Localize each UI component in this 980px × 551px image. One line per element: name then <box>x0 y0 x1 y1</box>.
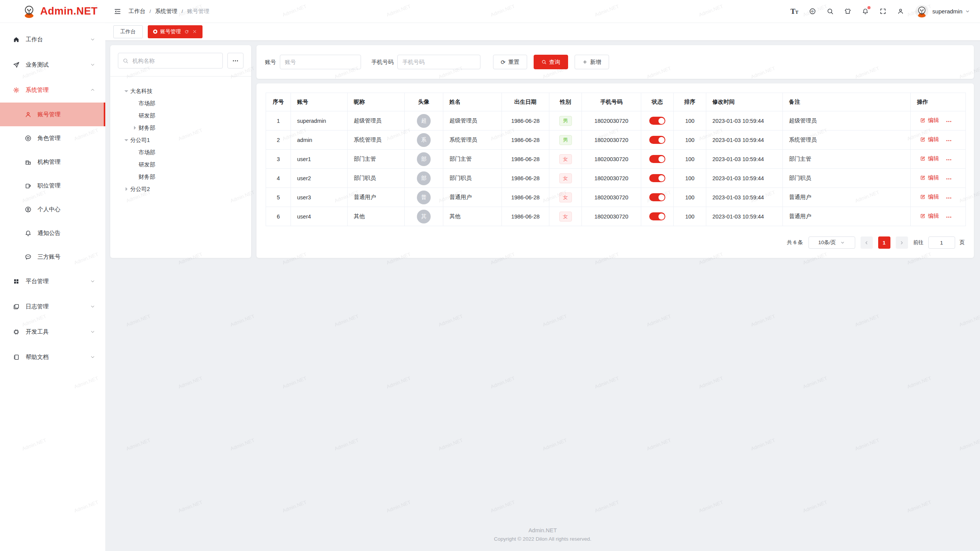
edit-button[interactable]: 编辑 <box>920 155 939 162</box>
sidebar-subitem[interactable]: 角色管理 <box>0 126 105 150</box>
sidebar-subitem[interactable]: 通知公告 <box>0 221 105 245</box>
edit-label: 编辑 <box>928 212 939 220</box>
status-toggle[interactable] <box>649 174 665 182</box>
search-icon[interactable] <box>826 8 834 15</box>
edit-label: 编辑 <box>928 193 939 201</box>
sidebar-item[interactable]: 系统管理 <box>0 77 105 103</box>
row-more-button[interactable] <box>946 156 952 163</box>
cell-order: 100 <box>674 169 706 188</box>
query-button[interactable]: 查询 <box>534 55 568 69</box>
row-more-button[interactable] <box>946 176 952 182</box>
add-button[interactable]: 新增 <box>575 55 609 69</box>
username[interactable]: superadmin <box>933 8 962 15</box>
tab-refresh-icon[interactable] <box>184 29 189 34</box>
logo[interactable]: Admin.NET <box>0 0 105 23</box>
tab-active[interactable]: 账号管理 <box>148 25 203 38</box>
person-icon[interactable] <box>897 8 904 15</box>
page-size-select[interactable]: 10条/页 <box>808 236 855 249</box>
sidebar-subitem[interactable]: 职位管理 <box>0 174 105 197</box>
cell-phone: 18020030720 <box>582 207 641 226</box>
sidebar-item[interactable]: 工作台 <box>0 27 105 52</box>
edit-button[interactable]: 编辑 <box>920 174 939 181</box>
tree-node[interactable]: 研发部 <box>118 109 243 122</box>
caret-down-icon[interactable] <box>122 87 130 95</box>
font-size-icon[interactable]: TT <box>791 8 799 15</box>
tabbar: 工作台账号管理 <box>105 23 980 41</box>
grid-icon <box>13 278 20 285</box>
org-search-input[interactable] <box>132 57 218 64</box>
role-icon <box>24 135 32 142</box>
org-more-button[interactable] <box>227 53 243 68</box>
chevron-down-icon <box>90 304 95 309</box>
tree-node[interactable]: 市场部 <box>118 97 243 109</box>
fullscreen-icon[interactable] <box>879 8 887 15</box>
row-more-button[interactable] <box>946 214 952 220</box>
edit-button[interactable]: 编辑 <box>920 212 939 220</box>
tree-node[interactable]: 分公司1 <box>118 134 243 146</box>
caret-placeholder <box>131 99 139 107</box>
account-label: 账号 <box>265 59 276 66</box>
phone-input[interactable] <box>397 55 480 69</box>
menu-fold-icon[interactable] <box>114 8 121 15</box>
tree-node[interactable]: 大名科技 <box>118 85 243 97</box>
status-toggle[interactable] <box>649 155 665 163</box>
page-1-button[interactable]: 1 <box>878 236 890 249</box>
caret-right-icon[interactable] <box>122 185 130 193</box>
navbar: 工作台/系统管理/账号管理 TT 中 <box>105 0 980 23</box>
caret-down-icon[interactable] <box>122 136 130 144</box>
edit-button[interactable]: 编辑 <box>920 193 939 201</box>
tree-node-label: 分公司2 <box>130 186 150 193</box>
tree-node[interactable]: 研发部 <box>118 158 243 171</box>
edit-button[interactable]: 编辑 <box>920 136 939 143</box>
language-icon[interactable]: 中 <box>809 8 816 15</box>
next-page-button[interactable] <box>896 236 908 249</box>
user-avatar[interactable] <box>915 5 928 18</box>
theme-icon[interactable] <box>844 8 851 15</box>
breadcrumb-separator: / <box>181 8 183 14</box>
status-toggle[interactable] <box>649 117 665 125</box>
row-more-button[interactable] <box>946 195 952 201</box>
edit-button[interactable]: 编辑 <box>920 117 939 124</box>
sidebar-subitem[interactable]: 个人中心 <box>0 197 105 221</box>
breadcrumb-item[interactable]: 工作台 <box>129 8 145 15</box>
reset-button[interactable]: ⟳ 重置 <box>493 55 527 69</box>
sidebar-item[interactable]: 开发工具 <box>0 319 105 344</box>
cell-ops: 编辑 <box>911 111 966 130</box>
status-toggle[interactable] <box>649 212 665 220</box>
tab-item[interactable]: 工作台 <box>113 25 143 38</box>
more-icon <box>232 57 239 64</box>
sidebar-subitem[interactable]: 机构管理 <box>0 150 105 174</box>
status-toggle[interactable] <box>649 193 665 201</box>
caret-right-icon[interactable] <box>131 124 139 132</box>
notification-icon[interactable] <box>862 8 869 15</box>
row-more-button[interactable] <box>946 137 952 144</box>
tree-node[interactable]: 财务部 <box>118 171 243 183</box>
col-header-index: 序号 <box>266 93 291 111</box>
tree-node-label: 研发部 <box>139 161 155 168</box>
sidebar-item[interactable]: 业务测试 <box>0 52 105 77</box>
cell-name: 系统管理员 <box>443 130 502 150</box>
breadcrumb-item[interactable]: 系统管理 <box>155 8 177 15</box>
search-icon <box>541 59 547 65</box>
cell-index: 5 <box>266 188 291 207</box>
table-row: 3user1部门主管部部门主管1986-06-28女18020030720100… <box>266 150 966 169</box>
org-tree-panel: 大名科技市场部研发部财务部分公司1市场部研发部财务部分公司2 <box>110 45 251 258</box>
pagination-total: 共 6 条 <box>787 239 803 246</box>
cell-gender: 女 <box>549 188 582 207</box>
sidebar-item[interactable]: 帮助文档 <box>0 344 105 370</box>
sidebar-subitem[interactable]: 账号管理 <box>0 103 105 126</box>
tree-node[interactable]: 分公司2 <box>118 183 243 195</box>
sidebar-subitem[interactable]: 三方账号 <box>0 245 105 269</box>
tree-node[interactable]: 财务部 <box>118 122 243 134</box>
row-more-button[interactable] <box>946 118 952 125</box>
account-input[interactable] <box>280 55 361 69</box>
sidebar-item[interactable]: 平台管理 <box>0 269 105 294</box>
prev-page-button[interactable] <box>861 236 873 249</box>
goto-page-input[interactable] <box>928 236 955 249</box>
tab-close-icon[interactable] <box>192 29 197 34</box>
row-avatar: 系 <box>417 133 431 147</box>
tree-node[interactable]: 市场部 <box>118 146 243 158</box>
status-toggle[interactable] <box>649 136 665 144</box>
cell-gender: 男 <box>549 111 582 130</box>
sidebar-item[interactable]: 日志管理 <box>0 294 105 319</box>
